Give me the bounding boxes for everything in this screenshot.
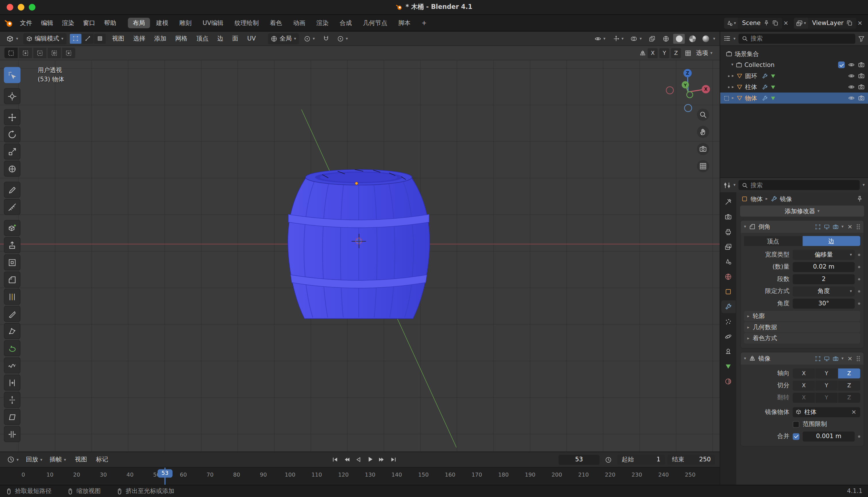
outliner-row-torus[interactable]: 圆环 <box>720 70 868 82</box>
tool-smooth-button[interactable] <box>4 357 20 373</box>
timeline-ruler[interactable]: 0102030405060708090100110120130140150160… <box>0 467 720 485</box>
workspace-tab[interactable]: UV编辑 <box>197 18 228 28</box>
selected-vertex[interactable] <box>355 182 358 185</box>
menu-item[interactable]: 帮助 <box>100 18 120 28</box>
timeline-menu-item[interactable]: 视图 <box>71 454 91 465</box>
play-reverse-button[interactable] <box>353 454 364 464</box>
properties-tab-render[interactable] <box>721 211 735 223</box>
mesh-data-icon[interactable] <box>770 73 776 79</box>
delete-modifier-button[interactable]: × <box>846 355 853 361</box>
remove-view-layer-button[interactable]: × <box>856 20 864 26</box>
xray-toggle-button[interactable] <box>646 34 658 43</box>
eye-icon[interactable] <box>848 73 855 79</box>
animate-dot[interactable] <box>858 290 860 293</box>
gizmo-x-negative[interactable] <box>666 87 673 94</box>
animate-dot[interactable] <box>858 253 860 256</box>
tool-cursor-button[interactable] <box>4 88 20 104</box>
workspace-tab[interactable]: 几何节点 <box>358 18 392 28</box>
select-mode-set-button[interactable] <box>4 48 17 58</box>
viewport-menu-item[interactable]: 边 <box>213 33 228 44</box>
flip-axis-y-button[interactable]: Y <box>815 393 838 402</box>
extras-menu-icon[interactable] <box>841 225 843 229</box>
pin-icon[interactable] <box>856 196 863 202</box>
drag-handle-icon[interactable] <box>856 355 860 361</box>
collapse-icon[interactable] <box>744 356 746 360</box>
pin-icon[interactable] <box>764 20 769 26</box>
visibility-dropdown[interactable] <box>592 34 608 43</box>
tool-inset-faces-button[interactable] <box>4 254 20 270</box>
mirror-axis-z-button[interactable]: Z <box>838 368 860 378</box>
viewport-menu-item[interactable]: 面 <box>228 33 243 44</box>
workspace-tab[interactable]: 动画 <box>288 18 310 28</box>
workspace-tab[interactable]: 渲染 <box>311 18 334 28</box>
animate-dot[interactable] <box>858 278 860 280</box>
subpanel-header[interactable]: 着色方式 <box>744 333 860 344</box>
close-window-button[interactable] <box>6 4 13 10</box>
symmetry-x-button[interactable]: X <box>648 48 658 58</box>
expand-icon[interactable] <box>732 96 734 100</box>
playhead-badge[interactable]: 53 <box>158 469 173 478</box>
expand-icon[interactable] <box>732 85 734 89</box>
jump-to-end-button[interactable] <box>388 454 399 464</box>
expand-icon[interactable] <box>732 74 734 78</box>
delete-modifier-button[interactable]: × <box>846 224 853 229</box>
symmetry-z-button[interactable]: Z <box>671 48 681 58</box>
workspace-tab[interactable]: 纹理绘制 <box>230 18 264 28</box>
workspace-tab[interactable]: 建模 <box>151 18 173 28</box>
extras-menu-icon[interactable] <box>841 356 843 360</box>
tool-transform-button[interactable] <box>4 160 20 177</box>
tool-rip-region-button[interactable] <box>4 426 20 442</box>
viewport-menu-item[interactable]: 选择 <box>129 33 149 44</box>
transform-orientation-dropdown[interactable]: 全局 <box>268 33 299 44</box>
value-field[interactable]: 角度 <box>793 286 855 296</box>
prev-keyframe-button[interactable] <box>342 454 352 464</box>
frame-end-field[interactable]: 结束250 <box>668 454 715 465</box>
preview-range-button[interactable] <box>602 455 614 464</box>
viewport-menu-item[interactable]: 添加 <box>150 33 171 44</box>
bevel-affect-tab[interactable]: 顶点 <box>744 236 802 246</box>
bisect-axis-z-button[interactable]: Z <box>838 380 860 390</box>
minimize-window-button[interactable] <box>18 4 25 10</box>
workspace-tab[interactable]: + <box>416 18 431 28</box>
timeline-menu-item[interactable]: 标记 <box>91 454 113 465</box>
mirror-object-field[interactable]: 柱体 × <box>793 407 860 417</box>
mirror-axis-y-button[interactable]: Y <box>815 368 838 378</box>
tool-measure-button[interactable] <box>4 199 20 215</box>
bisect-axis-y-button[interactable]: Y <box>815 380 838 390</box>
animate-dot[interactable] <box>858 435 860 438</box>
camera-visibility-icon[interactable] <box>858 61 865 68</box>
outliner-row-cylinder[interactable]: 柱体 <box>720 81 868 93</box>
eye-icon[interactable] <box>848 61 855 68</box>
bevel-affect-tab[interactable]: 边 <box>802 236 860 246</box>
face-select-button[interactable] <box>94 33 105 44</box>
shading-material-button[interactable] <box>687 33 698 44</box>
animate-dot[interactable] <box>858 266 860 268</box>
snap-target-button[interactable] <box>301 34 318 43</box>
menu-item[interactable]: 窗口 <box>79 18 100 28</box>
camera-view-button[interactable] <box>697 143 709 155</box>
modifier-wrench-icon[interactable] <box>762 95 767 101</box>
properties-tab-object-data[interactable] <box>721 360 735 373</box>
menu-item[interactable]: 文件 <box>15 18 36 28</box>
properties-tab-physics[interactable] <box>721 330 735 343</box>
properties-tab-scene[interactable] <box>721 255 735 268</box>
properties-tab-view-layer[interactable] <box>721 240 735 253</box>
workspace-tab[interactable]: 布局 <box>128 18 150 28</box>
menu-item[interactable]: 编辑 <box>36 18 57 28</box>
workspace-tab[interactable]: 雕刻 <box>174 18 196 28</box>
keying-menu[interactable]: 插帧 <box>47 455 69 464</box>
zoom-window-button[interactable] <box>29 4 35 10</box>
mode-dropdown[interactable]: 编辑模式 <box>23 33 66 44</box>
properties-tab-particles[interactable] <box>721 315 735 328</box>
overlays-dropdown[interactable] <box>628 34 644 43</box>
scene-selector[interactable]: Scene × <box>724 17 790 29</box>
current-frame-field[interactable]: 53 <box>559 454 600 465</box>
value-field[interactable]: 偏移量 <box>793 250 855 260</box>
realtime-display-icon[interactable] <box>824 224 830 229</box>
tool-shrink-fatten-button[interactable] <box>4 392 20 408</box>
drag-handle-icon[interactable] <box>856 224 860 229</box>
outliner-search-input[interactable]: 搜索 <box>738 33 855 44</box>
workspace-tab[interactable]: 合成 <box>335 18 357 28</box>
select-mode-subtract-button[interactable] <box>33 48 46 58</box>
edit-mode-display-icon[interactable] <box>815 224 821 229</box>
